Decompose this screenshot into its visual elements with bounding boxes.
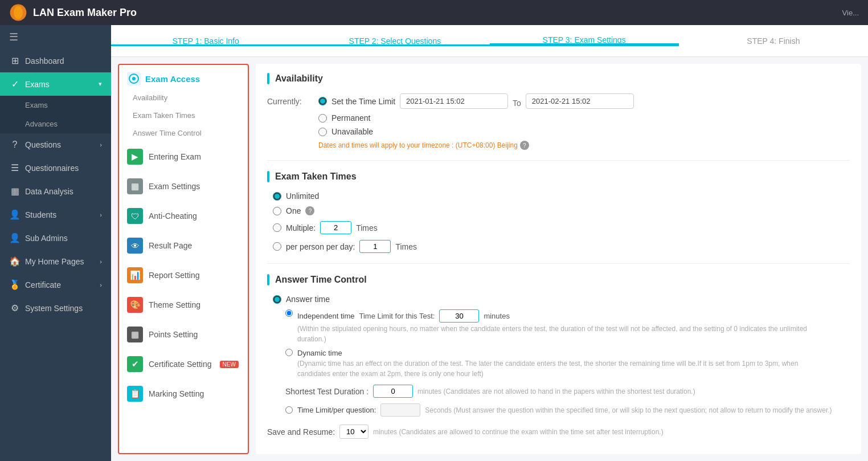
app-title: LAN Exam Maker Pro	[33, 7, 842, 19]
report-setting-label: Report Setting	[149, 271, 200, 280]
timezone-help-icon[interactable]: ?	[520, 141, 529, 150]
sidebar-item-my-home-pages[interactable]: 🏠 My Home Pages ›	[0, 250, 111, 273]
one-radio[interactable]	[273, 207, 281, 215]
sidebar-item-exams[interactable]: ✓ Exams ▾	[0, 72, 111, 96]
sidebar-label-sub-admins: Sub Admins	[25, 234, 102, 243]
unavailable-radio[interactable]	[318, 128, 327, 136]
answer-time-control-title: Answer Time Control	[275, 275, 367, 285]
panel-points-setting[interactable]: ▦ Points Setting	[119, 320, 248, 349]
answer-time-control-options: Answer time Independent time Time Limit …	[273, 295, 850, 417]
currently-label: Currently:	[267, 93, 313, 106]
date-from-input[interactable]	[400, 93, 508, 109]
marking-setting-icon: 📋	[127, 386, 143, 402]
dynamic-content: Dynamic time (Dynamic time has an effect…	[297, 349, 850, 379]
sidebar-item-questionnaires[interactable]: ☰ Questionnaires	[0, 156, 111, 179]
hamburger-icon[interactable]: ☰	[0, 25, 111, 49]
panel-certificate-setting[interactable]: ✔ Certificate Setting NEW	[119, 349, 248, 379]
panel-exam-settings[interactable]: ▦ Exam Settings	[119, 172, 248, 201]
time-per-q-input[interactable]	[380, 403, 420, 417]
per-person-value-input[interactable]	[359, 240, 391, 253]
sidebar-label-students: Students	[25, 210, 95, 219]
date-to-input[interactable]	[526, 93, 634, 109]
one-help-icon[interactable]: ?	[305, 206, 314, 215]
exam-taken-times-header: Exam Taken Times	[267, 171, 850, 182]
dynamic-label: Dynamic time	[297, 349, 342, 357]
exam-access-icon	[127, 72, 141, 85]
sub-answer-time-control[interactable]: Answer Time Control	[119, 124, 248, 142]
questionnaires-icon: ☰	[9, 162, 21, 173]
time-per-q-row: Time Limit/per question: Seconds (Must a…	[285, 403, 850, 417]
sub-advances-label: Advances	[25, 120, 58, 128]
independent-label: Independent time	[297, 312, 354, 320]
sub-availability[interactable]: Availability	[119, 89, 248, 107]
sidebar-item-data-analysis[interactable]: ▦ Data Analysis	[0, 179, 111, 203]
certificate-arrow-icon: ›	[100, 282, 102, 288]
theme-setting-icon: 🎨	[127, 297, 143, 313]
report-setting-icon: 📊	[127, 267, 143, 283]
dynamic-time-row: Dynamic time (Dynamic time has an effect…	[285, 349, 850, 379]
dynamic-top: Dynamic time	[297, 349, 850, 357]
set-time-label: Set the Time Limit	[331, 97, 395, 106]
panel-report-setting[interactable]: 📊 Report Setting	[119, 260, 248, 290]
divider-2	[267, 263, 850, 264]
sidebar-label-questionnaires: Questionnaires	[25, 164, 102, 173]
exam-access-title: Exam Access	[145, 74, 200, 84]
sub-exam-taken-times[interactable]: Exam Taken Times	[119, 107, 248, 124]
topbar: LAN Exam Maker Pro Vie...	[0, 0, 868, 25]
shortest-hint: minutes (Candidates are not allowed to h…	[417, 387, 695, 395]
entering-exam-icon: ▶	[127, 149, 143, 165]
panel-entering-exam[interactable]: ▶ Entering Exam	[119, 142, 248, 172]
points-setting-label: Points Setting	[149, 330, 198, 339]
new-badge: NEW	[220, 361, 239, 368]
to-separator: To	[513, 95, 521, 108]
panel-anti-cheating[interactable]: 🛡 Anti-Cheating	[119, 201, 248, 231]
dynamic-radio[interactable]	[285, 349, 293, 356]
time-per-q-radio[interactable]	[285, 406, 293, 414]
save-resume-select[interactable]: 5 10 15 20 30	[339, 425, 369, 439]
students-icon: 👤	[9, 209, 21, 220]
step-4[interactable]: STEP 4: Finish	[679, 36, 868, 46]
permanent-label: Permanent	[331, 113, 370, 123]
step-2[interactable]: STEP 2: Select Questions	[300, 36, 489, 46]
sidebar-sub-item-exams[interactable]: Exams	[0, 96, 111, 115]
panel-result-page[interactable]: 👁 Result Page	[119, 231, 248, 260]
step-2-label: STEP 2: Select Questions	[349, 36, 441, 46]
divider-1	[267, 160, 850, 161]
independent-radio[interactable]	[285, 309, 293, 317]
sidebar-item-questions[interactable]: ? Questions ›	[0, 133, 111, 156]
time-limit-input[interactable]	[439, 309, 479, 323]
sidebar-item-dashboard[interactable]: ⊞ Dashboard	[0, 49, 111, 72]
unlimited-radio[interactable]	[273, 192, 281, 201]
set-time-radio[interactable]	[318, 97, 327, 105]
step-3-label: STEP 3: Exam Settings	[543, 35, 626, 44]
sidebar-item-students[interactable]: 👤 Students ›	[0, 203, 111, 226]
points-setting-icon: ▦	[127, 327, 143, 342]
content-area: STEP 1: Basic Info STEP 2: Select Questi…	[111, 25, 868, 461]
per-person-radio[interactable]	[273, 242, 281, 251]
exam-taken-times-title: Exam Taken Times	[275, 172, 357, 182]
answer-time-radio[interactable]	[273, 295, 281, 304]
sidebar-item-sub-admins[interactable]: 👤 Sub Admins	[0, 226, 111, 250]
multiple-radio[interactable]	[273, 223, 281, 232]
sidebar-label-exams: Exams	[25, 80, 94, 89]
data-analysis-icon: ▦	[9, 186, 21, 197]
marking-setting-label: Marking Setting	[149, 389, 204, 398]
multiple-value-input[interactable]	[320, 221, 351, 234]
shortest-input[interactable]	[373, 385, 413, 398]
sidebar-sub-item-advances[interactable]: Advances	[0, 115, 111, 133]
step-3[interactable]: STEP 3: Exam Settings	[490, 35, 679, 46]
dynamic-hint: (Dynamic time has an effect on the durat…	[297, 358, 810, 379]
per-person-label: per person per day:	[286, 242, 355, 251]
two-col-layout: Exam Access Availability Exam Taken Time…	[111, 57, 868, 461]
sidebar-item-system-settings[interactable]: ⚙ System Settings	[0, 296, 111, 320]
panel-marking-setting[interactable]: 📋 Marking Setting	[119, 379, 248, 409]
panel-theme-setting[interactable]: 🎨 Theme Setting	[119, 290, 248, 320]
steps-bar: STEP 1: Basic Info STEP 2: Select Questi…	[111, 25, 868, 57]
timezone-text: Dates and times will apply to your timez…	[318, 141, 518, 149]
result-page-label: Result Page	[149, 241, 192, 250]
anti-cheating-label: Anti-Cheating	[149, 211, 197, 221]
sidebar-item-certificate[interactable]: 🏅 Certificate ›	[0, 273, 111, 296]
step-1[interactable]: STEP 1: Basic Info	[111, 36, 300, 46]
permanent-radio[interactable]	[318, 114, 327, 123]
unlimited-row: Unlimited	[273, 191, 850, 201]
